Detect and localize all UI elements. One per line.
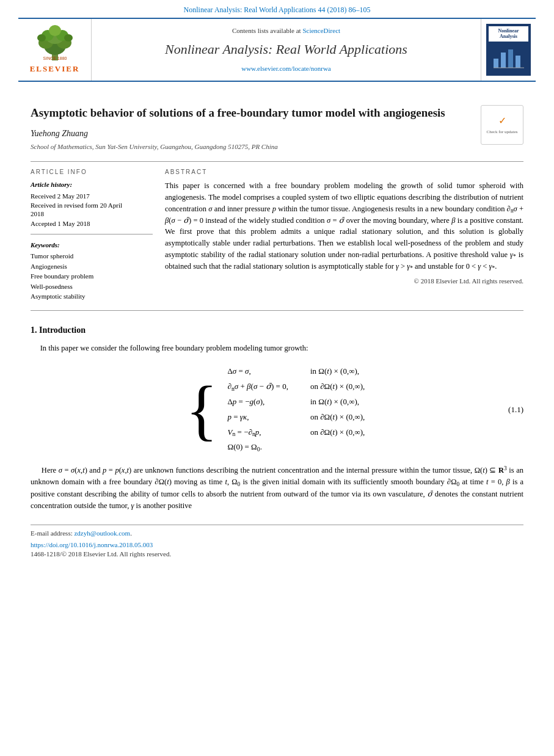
check-updates-badge: ✓ Check for updates [481, 105, 523, 145]
equation-table: Δσ = σ, in Ω(t) × (0,∞), ∂nσ + β(σ − σ̄)… [224, 364, 368, 455]
info-divider [31, 234, 153, 234]
received-date: Received 2 May 2017 [31, 192, 153, 200]
journal-name: Nonlinear Analysis: Real World Applicati… [165, 40, 407, 59]
abstract-text: This paper is concerned with a free boun… [165, 180, 523, 272]
svg-rect-12 [501, 53, 506, 68]
eq-row-1: Δσ = σ, in Ω(t) × (0,∞), [224, 364, 368, 379]
eq-row-5: Vn = −∂np, on ∂Ω(t) × (0,∞), [224, 425, 368, 440]
keyword-1: Tumor spheroid [31, 252, 153, 261]
journal-header-center: Contents lists available at ScienceDirec… [92, 19, 481, 81]
science-direct-link[interactable]: ScienceDirect [302, 27, 340, 34]
journal-cover-area: NonlinearAnalysis [481, 19, 536, 81]
journal-citation: Nonlinear Analysis: Real World Applicati… [184, 5, 371, 14]
author-name: Yuehong Zhuang [31, 128, 523, 140]
copyright-text: © 2018 Elsevier Ltd. All rights reserved… [165, 277, 523, 286]
footnote-doi[interactable]: https://doi.org/10.1016/j.nonrwa.2018.05… [31, 540, 523, 550]
article-info-column: ARTICLE INFO Article history: Received 2… [31, 168, 153, 302]
intro-paragraph-1: In this paper we consider the following … [31, 343, 523, 354]
intro-paragraph-2: Here σ = σ(x,t) and p = p(x,t) are unkno… [31, 465, 523, 512]
keywords-title: Keywords: [31, 241, 153, 250]
eq-row-6: Ω(0) = Ω0. [224, 440, 368, 455]
article-history-title: Article history: [31, 180, 153, 189]
eq-row-3: Δp = −g(σ), in Ω(t) × (0,∞), [224, 394, 368, 410]
main-divider [31, 310, 523, 311]
journal-header: SINCE 1880 ELSEVIER Contents lists avail… [18, 18, 536, 82]
received-revised-date: Received in revised form 20 April2018 [31, 201, 153, 219]
check-updates-text: Check for updates [487, 129, 518, 136]
keyword-4: Well-posedness [31, 282, 153, 291]
keyword-3: Free boundary problem [31, 272, 153, 281]
article-title: Asymptotic behavior of solutions of a fr… [31, 105, 472, 121]
footnote-area: E-mail address: zdzyh@outlook.com. https… [31, 529, 523, 559]
eq-row-4: p = γκ, on ∂Ω(t) × (0,∞), [224, 410, 368, 425]
affiliation: School of Mathematics, Sun Yat-Sen Unive… [31, 142, 523, 151]
svg-point-7 [49, 25, 61, 36]
abstract-label: ABSTRACT [165, 168, 523, 176]
svg-rect-11 [494, 59, 498, 68]
svg-text:SINCE 1880: SINCE 1880 [43, 56, 67, 60]
keyword-5: Asymptotic stability [31, 292, 153, 301]
journal-cover-image: NonlinearAnalysis [486, 24, 531, 76]
elsevier-logo-area: SINCE 1880 ELSEVIER [18, 19, 92, 81]
check-updates-icon: ✓ [498, 114, 506, 128]
equation-1-1: { Δσ = σ, in Ω(t) × (0,∞), ∂nσ + β(σ − σ… [31, 364, 523, 455]
equation-number: (1.1) [508, 404, 523, 415]
contents-line: Contents lists available at ScienceDirec… [232, 26, 340, 35]
journal-url[interactable]: www.elsevier.com/locate/nonrwa [241, 64, 331, 73]
svg-rect-14 [516, 56, 520, 68]
big-brace-icon: { [186, 376, 218, 443]
abstract-column: ABSTRACT This paper is concerned with a … [165, 168, 523, 302]
section-heading: 1. Introduction [31, 324, 523, 336]
footnote-email: E-mail address: zdzyh@outlook.com. [31, 529, 523, 538]
introduction-section: 1. Introduction In this paper we conside… [31, 324, 523, 512]
cover-chart-icon [490, 43, 527, 71]
email-link[interactable]: zdzyh@outlook.com [74, 529, 130, 537]
svg-rect-13 [508, 49, 513, 68]
elsevier-tree-icon: SINCE 1880 [31, 24, 79, 61]
accepted-date: Accepted 1 May 2018 [31, 219, 153, 228]
info-abstract-section: ARTICLE INFO Article history: Received 2… [31, 168, 523, 302]
article-info-label: ARTICLE INFO [31, 168, 153, 176]
footnote-issn: 1468-1218/© 2018 Elsevier Ltd. All right… [31, 550, 523, 559]
eq-row-2: ∂nσ + β(σ − σ̄) = 0, on ∂Ω(t) × (0,∞), [224, 379, 368, 394]
page-content: Asymptotic behavior of solutions of a fr… [31, 82, 523, 559]
section-divider [31, 161, 523, 162]
bottom-divider [31, 525, 523, 525]
equation-system: { Δσ = σ, in Ω(t) × (0,∞), ∂nσ + β(σ − σ… [186, 364, 369, 455]
journal-citation-bar: Nonlinear Analysis: Real World Applicati… [0, 0, 554, 18]
elsevier-brand-text: ELSEVIER [30, 64, 80, 75]
svg-point-9 [64, 34, 73, 42]
svg-point-8 [37, 34, 46, 42]
elsevier-logo: SINCE 1880 ELSEVIER [30, 24, 80, 75]
keyword-2: Angiogenesis [31, 262, 153, 271]
